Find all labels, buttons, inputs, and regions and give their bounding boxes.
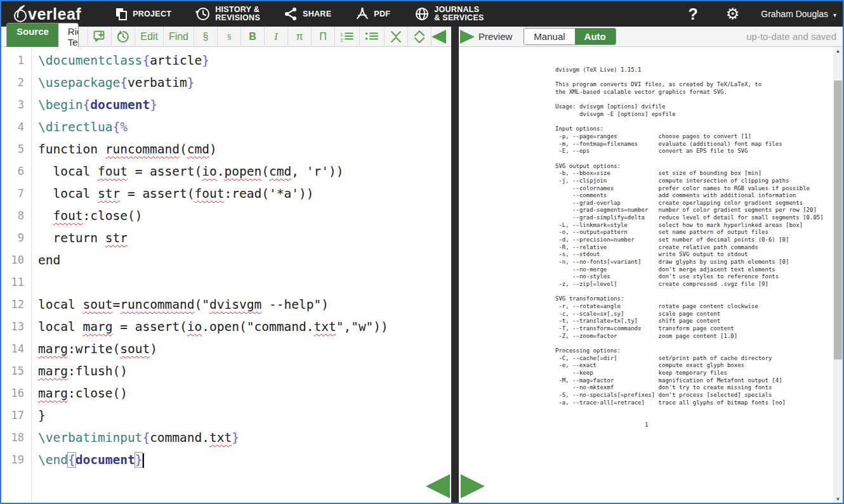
source-tab[interactable]: Source [7,23,58,50]
scroll-down-arrow[interactable]: ▼ [833,495,843,504]
code-line[interactable]: marg:write(sout) [38,338,451,360]
numbered-list-button[interactable]: 1 2 [334,27,359,46]
expand-button[interactable] [407,27,432,46]
help-button[interactable]: ? [688,5,697,23]
line-number: 15 [1,360,31,382]
code-line[interactable]: } [38,404,451,427]
numbered-list-icon: 1 2 [340,31,354,42]
nav-history-label: HISTORY &REVISIONS [215,6,260,22]
share-icon [284,7,298,21]
line-number: 2 [1,72,31,94]
settings-gear-icon[interactable]: ⚙ [726,6,740,22]
line-number: 13 [1,316,31,338]
line-number: 7 [1,183,31,205]
line-number: 9 [1,227,31,249]
history-clock-icon [195,6,211,22]
nav-pdf[interactable]: PDF [355,7,390,21]
code-line[interactable]: \usepackage{verbatim} [38,72,451,94]
nav-history-revisions[interactable]: HISTORY &REVISIONS [195,6,260,22]
pdf-preview-area: dvisvgm (TeX Live) 1.15.1 This program c… [459,47,843,504]
code-line[interactable]: return str [38,227,451,249]
pdf-scrollbar[interactable]: ▲ ▼ [833,47,843,504]
bullet-list-icon [365,31,379,42]
collapse-editor-arrow-bottom[interactable] [426,474,450,498]
edit-menu-button[interactable]: Edit [135,27,163,46]
expand-preview-arrow[interactable] [460,30,475,44]
bullet-list-button[interactable] [359,27,384,46]
svg-text:2: 2 [340,37,343,42]
find-button[interactable]: Find [163,27,194,46]
collapse-icon [390,30,402,43]
display-math-button[interactable]: Π [311,27,334,46]
code-line[interactable]: local sout=runcommand("dvisvgm --help") [38,294,451,316]
nav-journals-services[interactable]: JOURNALS& SERVICES [414,6,484,22]
line-number: 14 [1,338,31,360]
code-line[interactable]: \documentclass{article} [38,49,451,72]
subsection-button[interactable]: § [217,27,241,46]
inline-math-button[interactable]: π [287,27,311,46]
nav-project-label: PROJECT [133,10,171,18]
main-split-area: Source Rich Text [1,27,843,504]
editor-toolbar-buttons: Edit Find § § B I π Π 1 2 [88,27,432,46]
collapse-editor-arrow[interactable] [432,30,446,44]
code-line[interactable]: \directlua{% [38,116,451,138]
code-line[interactable]: \end{document} [38,449,451,471]
line-number: 12 [1,294,31,316]
add-comment-button[interactable] [88,27,111,46]
code-line[interactable]: local str = assert(fout:read('*a')) [38,183,451,205]
overleaf-leaf-o-icon [11,4,29,23]
preview-pane: Preview Manual Auto up-to-date and saved… [459,27,843,504]
code-line[interactable]: end [38,249,451,271]
code-line[interactable]: function runcommand(cmd) [38,138,451,160]
line-number: 4 [1,116,31,138]
code-line[interactable]: marg:close() [38,382,451,404]
user-menu[interactable]: Graham Douglas ▾ [761,9,836,19]
code-line[interactable]: local marg = assert(io.open("command.txt… [38,316,451,338]
code-line[interactable]: \verbatiminput{command.txt} [38,427,451,449]
line-number: 3 [1,94,31,116]
pane-divider[interactable] [451,27,459,504]
scroll-up-arrow[interactable]: ▲ [833,47,843,56]
line-number: 1 [1,49,31,72]
source-code-editor[interactable]: 12345678910111213141516171819 \documentc… [1,47,451,504]
section-button[interactable]: § [194,27,217,46]
rich-text-tab[interactable]: Rich Text [58,23,79,50]
nav-project[interactable]: PROJECT [114,7,171,21]
bold-button[interactable]: B [241,27,264,46]
line-number-gutter: 12345678910111213141516171819 [1,47,32,504]
code-line[interactable] [38,271,451,294]
line-number: 17 [1,404,31,427]
line-number: 19 [1,449,31,471]
manual-compile-button[interactable]: Manual [524,29,574,44]
compile-mode-switcher: Manual Auto [524,28,616,45]
nav-pdf-label: PDF [374,10,390,18]
code-lines[interactable]: \documentclass{article}\usepackage{verba… [32,47,451,504]
logo-text: verleaf [28,5,81,23]
undo-history-icon [117,30,129,43]
history-button[interactable] [111,27,135,46]
code-line[interactable]: fout:close() [38,205,451,227]
line-number: 16 [1,382,31,404]
line-number: 10 [1,249,31,271]
auto-compile-button[interactable]: Auto [575,29,616,44]
overleaf-logo[interactable]: verleaf [11,4,81,23]
line-number: 5 [1,138,31,160]
nav-share[interactable]: SHARE [284,7,331,21]
preview-toolbar: Preview Manual Auto up-to-date and saved [459,27,843,47]
nav-journals-label: JOURNALS& SERVICES [434,6,484,22]
italic-button[interactable]: I [264,27,287,46]
text-cursor [143,453,144,468]
pdf-icon [355,7,369,21]
code-line[interactable]: \begin{document} [38,94,451,116]
line-number: 18 [1,427,31,449]
line-number: 8 [1,205,31,227]
project-icon [114,7,128,21]
preview-label: Preview [478,31,512,42]
expand-preview-arrow-bottom[interactable] [461,474,485,498]
collapse-button[interactable] [384,27,407,46]
scrollbar-thumb[interactable] [834,81,842,359]
editor-pane: Source Rich Text [1,27,451,504]
code-line[interactable]: marg:flush() [38,360,451,382]
code-line[interactable]: local fout = assert(io.popen(cmd, 'r')) [38,160,451,183]
editor-toolbar: Source Rich Text [1,27,451,47]
